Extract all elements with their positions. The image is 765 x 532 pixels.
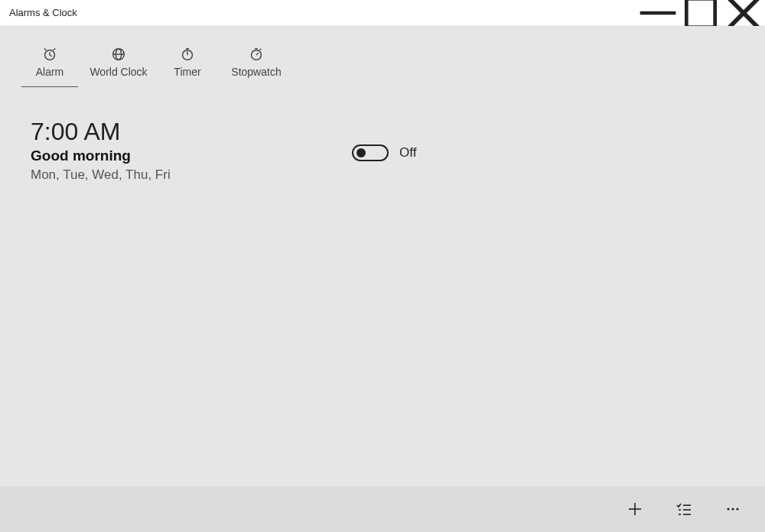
tab-stopwatch[interactable]: Stopwatch	[222, 32, 291, 87]
svg-point-28	[731, 508, 734, 510]
window-controls	[636, 0, 765, 25]
alarm-info: 7:00 AM Good morning Mon, Tue, Wed, Thu,…	[31, 118, 352, 183]
alarm-name: Good morning	[31, 148, 352, 164]
close-button[interactable]	[722, 0, 765, 25]
tab-label: World Clock	[90, 66, 147, 78]
command-bar	[0, 486, 765, 532]
add-alarm-button[interactable]	[626, 500, 644, 518]
content-area: 7:00 AM Good morning Mon, Tue, Wed, Thu,…	[0, 87, 765, 486]
tab-timer[interactable]: Timer	[153, 32, 222, 87]
alarm-item[interactable]: 7:00 AM Good morning Mon, Tue, Wed, Thu,…	[0, 87, 765, 183]
maximize-button[interactable]	[679, 0, 722, 25]
list-check-icon	[675, 500, 693, 518]
alarm-icon	[41, 46, 58, 63]
alarm-time: 7:00 AM	[31, 118, 352, 146]
timer-icon	[179, 46, 196, 63]
svg-point-29	[736, 508, 738, 510]
tab-label: Timer	[174, 66, 200, 78]
tab-row: Alarm World Clock Timer Stopwatch	[0, 26, 765, 87]
tab-world-clock[interactable]: World Clock	[84, 32, 153, 87]
plus-icon	[626, 500, 644, 518]
stopwatch-icon	[248, 46, 265, 63]
alarm-days: Mon, Tue, Wed, Thu, Fri	[31, 167, 352, 183]
more-icon	[724, 500, 742, 518]
svg-rect-1	[686, 0, 715, 27]
svg-line-17	[256, 53, 259, 55]
svg-line-19	[260, 49, 262, 50]
tab-label: Alarm	[36, 66, 64, 78]
titlebar: Alarms & Clock	[0, 0, 765, 26]
more-button[interactable]	[724, 500, 742, 518]
svg-line-6	[50, 55, 52, 57]
svg-point-16	[252, 50, 262, 60]
svg-line-8	[54, 49, 56, 50]
alarm-toggle[interactable]	[352, 144, 389, 161]
select-alarms-button[interactable]	[675, 500, 693, 518]
world-clock-icon	[110, 46, 127, 63]
alarm-toggle-state: Off	[399, 145, 416, 161]
svg-line-7	[44, 49, 47, 50]
alarm-toggle-group: Off	[352, 144, 416, 161]
tab-label: Stopwatch	[231, 66, 281, 78]
minimize-button[interactable]	[636, 0, 679, 25]
svg-point-27	[727, 508, 729, 510]
tab-alarm[interactable]: Alarm	[15, 32, 84, 87]
toggle-knob	[356, 148, 366, 157]
app-title: Alarms & Clock	[9, 7, 77, 18]
